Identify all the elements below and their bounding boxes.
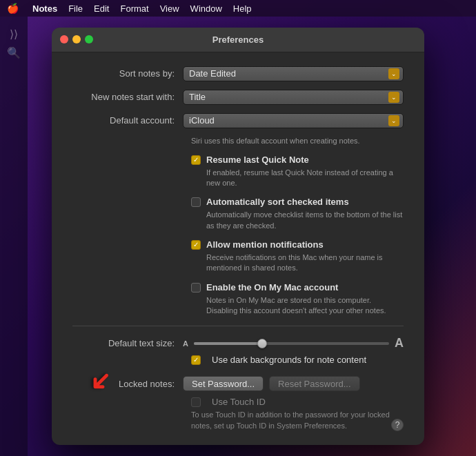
auto-sort-desc: Automatically move checklist items to th…	[206, 210, 404, 231]
apple-menu-icon[interactable]: 🍎	[7, 3, 19, 14]
on-my-mac-content: Enable the On My Mac account Notes in On…	[206, 282, 404, 317]
auto-sort-title: Automatically sort checked items	[206, 197, 404, 208]
slider-container: A A	[183, 336, 404, 350]
small-a-label: A	[183, 339, 188, 348]
allow-mentions-content: Allow mention notifications Receive noti…	[206, 239, 404, 274]
dark-backgrounds-label: Use dark backgrounds for note content	[212, 355, 366, 365]
checkmark-icon-3: ✓	[193, 357, 199, 364]
menubar-edit[interactable]: Edit	[94, 3, 109, 14]
sidebar: ⟩⟩ 🔍	[0, 17, 28, 456]
locked-notes-buttons: Set Password... Reset Password...	[183, 376, 360, 391]
resume-quick-note-content: Resume last Quick Note If enabled, resum…	[206, 155, 404, 189]
touch-id-checkbox[interactable]	[191, 397, 201, 407]
on-my-mac-checkbox[interactable]	[191, 283, 201, 293]
traffic-lights	[60, 35, 93, 43]
sort-notes-select-wrapper[interactable]: Date Edited ⌄	[183, 66, 404, 81]
sidebar-chevron-icon: ⟩⟩	[10, 28, 18, 41]
on-my-mac-desc: Notes in On My Mac are stored on this co…	[206, 295, 404, 317]
default-account-row: Default account: iCloud ⌄	[72, 113, 404, 128]
minimize-button[interactable]	[72, 35, 81, 43]
new-notes-select[interactable]: Title	[183, 90, 404, 105]
dark-backgrounds-checkbox[interactable]: ✓	[191, 355, 201, 365]
checkboxes-section: ✓ Resume last Quick Note If enabled, res…	[72, 155, 404, 317]
default-account-select[interactable]: iCloud	[183, 113, 404, 128]
title-bar: Preferences	[52, 28, 424, 52]
menubar-window[interactable]: Window	[190, 3, 222, 14]
sort-notes-arrow-icon: ⌄	[388, 68, 399, 79]
default-account-arrow-icon: ⌄	[388, 115, 399, 126]
on-my-mac-title: Enable the On My Mac account	[206, 282, 404, 294]
allow-mentions-desc: Receive notifications on this Mac when y…	[206, 252, 404, 274]
auto-sort-content: Automatically sort checked items Automat…	[206, 197, 404, 231]
dark-backgrounds-row: ✓ Use dark backgrounds for note content	[72, 355, 404, 365]
allow-mentions-title: Allow mention notifications	[206, 239, 404, 251]
touch-id-row: Use Touch ID To use Touch ID in addition…	[191, 397, 404, 431]
touch-id-desc: To use Touch ID in addition to the passw…	[191, 410, 391, 431]
resume-quick-note-checkbox[interactable]: ✓	[191, 155, 201, 165]
new-notes-arrow-icon: ⌄	[388, 92, 399, 103]
on-my-mac-row: Enable the On My Mac account Notes in On…	[191, 282, 404, 317]
new-notes-row: New notes start with: Title ⌄	[72, 90, 404, 105]
sort-notes-select[interactable]: Date Edited	[183, 66, 404, 81]
set-password-button[interactable]: Set Password...	[183, 376, 264, 391]
window-title: Preferences	[212, 34, 264, 45]
new-notes-select-wrapper[interactable]: Title ⌄	[183, 90, 404, 105]
auto-sort-checkbox[interactable]	[191, 197, 201, 207]
new-notes-label: New notes start with:	[72, 92, 183, 102]
slider-thumb[interactable]	[257, 339, 267, 348]
text-size-slider-track[interactable]	[194, 342, 389, 345]
auto-sort-row: Automatically sort checked items Automat…	[191, 197, 404, 231]
menubar-notes[interactable]: Notes	[32, 3, 57, 14]
menubar-format[interactable]: Format	[120, 3, 148, 14]
siri-note: Siri uses this default account when crea…	[72, 137, 404, 145]
sidebar-search-icon: 🔍	[7, 46, 21, 59]
resume-quick-note-row: ✓ Resume last Quick Note If enabled, res…	[191, 155, 404, 189]
main-area: ⟩⟩ 🔍 Preferences Sort notes by: Date Edi…	[0, 17, 476, 456]
divider	[72, 326, 404, 326]
menubar-file[interactable]: File	[68, 3, 83, 14]
default-account-label: Default account:	[72, 115, 183, 126]
text-size-row: Default text size: A A	[72, 336, 404, 350]
touch-id-section: Use Touch ID To use Touch ID in addition…	[72, 397, 404, 431]
allow-mentions-row: ✓ Allow mention notifications Receive no…	[191, 239, 404, 274]
locked-notes-row: Locked notes: Set Password... Reset Pass…	[72, 376, 404, 391]
checkmark-icon: ✓	[193, 157, 199, 163]
resume-quick-note-desc: If enabled, resume last Quick Note inste…	[206, 168, 404, 189]
resume-quick-note-title: Resume last Quick Note	[206, 155, 404, 166]
locked-notes-label: Locked notes:	[72, 379, 183, 389]
help-button[interactable]: ?	[391, 419, 404, 431]
checkmark-icon-2: ✓	[193, 241, 199, 248]
menubar: 🍎 Notes File Edit Format View Window Hel…	[0, 0, 476, 17]
default-account-select-wrapper[interactable]: iCloud ⌄	[183, 113, 404, 128]
text-size-label: Default text size:	[72, 338, 183, 348]
sort-notes-label: Sort notes by:	[72, 68, 183, 79]
menubar-help[interactable]: Help	[233, 3, 252, 14]
close-button[interactable]	[60, 35, 68, 43]
large-a-label: A	[395, 336, 404, 350]
menubar-view[interactable]: View	[160, 3, 179, 14]
prefs-content: Sort notes by: Date Edited ⌄ New notes s…	[52, 52, 424, 445]
touch-id-checkbox-row: Use Touch ID	[191, 397, 391, 407]
touch-id-content: Use Touch ID To use Touch ID in addition…	[191, 397, 391, 431]
sort-notes-row: Sort notes by: Date Edited ⌄	[72, 66, 404, 81]
reset-password-button[interactable]: Reset Password...	[269, 376, 360, 391]
allow-mentions-checkbox[interactable]: ✓	[191, 240, 201, 250]
touch-id-label: Use Touch ID	[212, 397, 266, 407]
slider-fill	[194, 342, 262, 345]
preferences-window: Preferences Sort notes by: Date Edited ⌄…	[52, 28, 424, 445]
maximize-button[interactable]	[85, 35, 93, 43]
